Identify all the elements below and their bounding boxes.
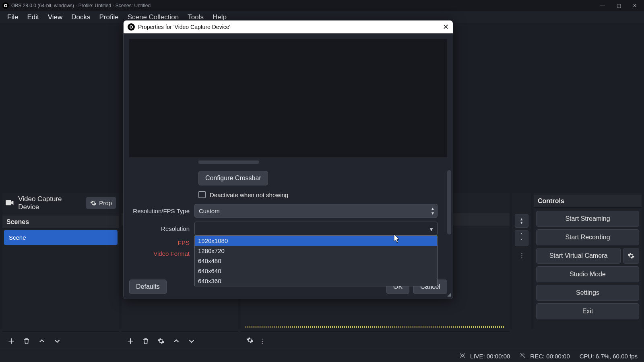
scenes-toolbar xyxy=(2,331,119,350)
controls-column: Controls Start Streaming Start Recording… xyxy=(534,193,642,350)
resolution-dropdown: 1920x1080 1280x720 640x480 640x640 640x3… xyxy=(194,235,438,286)
statusbar: LIVE: 00:00:00 REC: 00:00:00 CPU: 6.7%, … xyxy=(0,350,644,362)
start-streaming-button[interactable]: Start Streaming xyxy=(536,211,639,227)
resolution-option-640x640[interactable]: 640x640 xyxy=(195,266,437,276)
controls-body: Start Streaming Start Recording Start Vi… xyxy=(534,208,642,350)
selected-source-name: Video Capture Device xyxy=(18,195,82,211)
camera-icon xyxy=(6,200,14,207)
close-icon[interactable]: ✕ xyxy=(630,3,639,8)
defaults-button[interactable]: Defaults xyxy=(129,280,167,294)
dialog-close-button[interactable]: ✕ xyxy=(443,23,449,31)
controls-dock-header: Controls xyxy=(534,195,642,208)
resolution-option-640x480[interactable]: 640x480 xyxy=(195,256,437,266)
dialog-body: Configure Crossbar Deactivate when not s… xyxy=(124,33,453,275)
fps-label: FPS xyxy=(129,239,194,246)
maximize-icon[interactable]: ▢ xyxy=(614,3,623,8)
virtual-camera-settings-button[interactable] xyxy=(623,248,639,264)
resolution-option-1280x720[interactable]: 1280x720 xyxy=(195,246,437,256)
menu-docks[interactable]: Docks xyxy=(67,12,94,23)
dialog-video-preview xyxy=(129,39,447,157)
selected-source-header: Video Capture Device Prop xyxy=(2,193,119,213)
status-cpu: CPU: 6.7%, 60.00 fps xyxy=(580,353,638,360)
scenes-column: Video Capture Device Prop Scenes Scene xyxy=(2,193,119,350)
resfps-type-select[interactable]: Custom ▴▾ xyxy=(194,204,438,218)
deactivate-checkbox[interactable] xyxy=(198,191,206,198)
remove-source-button[interactable] xyxy=(141,336,151,346)
menu-file[interactable]: File xyxy=(3,12,22,23)
svg-rect-2 xyxy=(6,200,11,205)
transition-column: ▴▾ ˄ ˅ ⋮ xyxy=(512,193,531,350)
scenes-dock-header: Scenes xyxy=(2,216,119,228)
scene-move-down-button[interactable] xyxy=(52,336,62,346)
settings-button[interactable]: Settings xyxy=(536,285,639,301)
mixer-menu-button[interactable]: ⋮ xyxy=(259,337,265,345)
source-move-down-button[interactable] xyxy=(187,336,196,346)
menu-profile[interactable]: Profile xyxy=(95,12,122,23)
svg-point-4 xyxy=(130,26,132,28)
transition-menu-button[interactable]: ⋮ xyxy=(515,249,528,262)
resolution-option-640x360[interactable]: 640x360 xyxy=(195,276,437,286)
minimize-icon[interactable]: — xyxy=(598,3,607,8)
exit-button[interactable]: Exit xyxy=(536,303,639,319)
studio-mode-button[interactable]: Studio Mode xyxy=(536,266,639,282)
start-virtual-camera-button[interactable]: Start Virtual Camera xyxy=(536,248,621,264)
mouse-cursor-icon xyxy=(394,234,401,245)
source-properties-button[interactable]: Prop xyxy=(86,197,116,209)
window-title-text: OBS 28.0.0 (64-bit, windows) - Profile: … xyxy=(11,3,151,8)
gear-icon xyxy=(627,252,635,259)
scene-item-scene[interactable]: Scene xyxy=(4,230,118,245)
no-signal-icon xyxy=(520,352,526,360)
chevron-down-icon: ▾ xyxy=(430,226,433,233)
resize-grip-icon[interactable]: ◢ xyxy=(447,291,451,297)
transition-select-stub[interactable]: ▴▾ xyxy=(515,214,528,228)
add-scene-button[interactable] xyxy=(6,336,16,346)
menu-view[interactable]: View xyxy=(44,12,67,23)
dialog-scrollbar[interactable] xyxy=(447,170,451,234)
status-live: LIVE: 00:00:00 xyxy=(470,353,510,360)
status-rec: REC: 00:00:00 xyxy=(530,353,570,360)
dialog-titlebar[interactable]: Properties for 'Video Capture Device' ✕ xyxy=(124,21,453,33)
resolution-label: Resolution xyxy=(129,225,194,232)
remove-scene-button[interactable] xyxy=(22,336,31,346)
deactivate-label: Deactivate when not showing xyxy=(210,191,288,198)
source-properties-gear-button[interactable] xyxy=(156,336,166,346)
scene-move-up-button[interactable] xyxy=(37,336,47,346)
add-source-button[interactable] xyxy=(126,336,135,346)
broadcast-icon xyxy=(459,352,466,360)
dialog-scroll-stub xyxy=(198,160,259,164)
video-format-label: Video Format xyxy=(129,250,194,257)
spinner-arrows-icon: ▴▾ xyxy=(431,206,434,216)
start-recording-button[interactable]: Start Recording xyxy=(536,229,639,245)
svg-point-1 xyxy=(5,5,6,6)
svg-point-5 xyxy=(462,355,464,357)
window-titlebar: OBS 28.0.0 (64-bit, windows) - Profile: … xyxy=(0,0,644,11)
resfps-type-value: Custom xyxy=(199,208,220,214)
dialog-title-text: Properties for 'Video Capture Device' xyxy=(138,24,230,30)
gear-icon xyxy=(90,200,97,206)
sources-toolbar xyxy=(122,331,238,350)
mixer-toolbar: ⋮ xyxy=(241,331,510,350)
scenes-list[interactable]: Scene xyxy=(2,228,119,331)
obs-logo-icon xyxy=(2,2,9,9)
resolution-select[interactable]: ▾ xyxy=(194,222,438,235)
resfps-type-label: Resolution/FPS Type xyxy=(129,208,194,214)
transition-duration-spinner[interactable]: ˄ ˅ xyxy=(515,230,528,246)
configure-crossbar-button[interactable]: Configure Crossbar xyxy=(198,171,268,185)
properties-button-label: Prop xyxy=(99,200,112,206)
mixer-advanced-button[interactable] xyxy=(246,337,254,345)
obs-logo-icon xyxy=(128,23,135,31)
menu-edit[interactable]: Edit xyxy=(23,12,43,23)
properties-dialog: Properties for 'Video Capture Device' ✕ … xyxy=(123,20,453,299)
source-move-up-button[interactable] xyxy=(171,336,181,346)
